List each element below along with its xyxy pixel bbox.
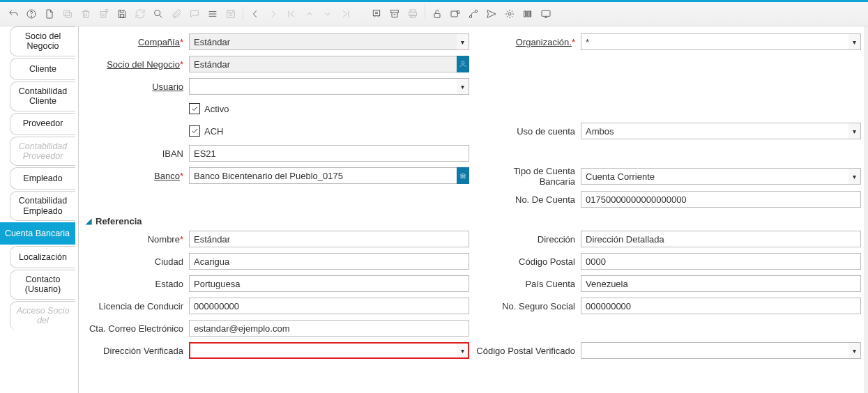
field-nombre[interactable] bbox=[189, 231, 469, 247]
chevron-down-icon[interactable]: ▾ bbox=[457, 342, 469, 359]
chevron-down-icon[interactable]: ▾ bbox=[848, 342, 861, 359]
tab-acceso-socio[interactable]: Acceso Socio del bbox=[10, 301, 75, 330]
label-dir-verificada: Dirección Verificada bbox=[84, 346, 189, 356]
chevron-down-icon[interactable]: ▾ bbox=[457, 78, 469, 95]
svg-rect-39 bbox=[464, 175, 465, 178]
field-pais-cuenta[interactable] bbox=[581, 275, 861, 292]
field-cp-verificado[interactable]: ▾ bbox=[581, 342, 861, 359]
field-dir-verificada[interactable]: ▾ bbox=[189, 342, 469, 359]
chevron-down-icon[interactable]: ▾ bbox=[848, 168, 861, 185]
label-direccion: Dirección bbox=[476, 234, 581, 245]
label-compania: Compañía* bbox=[84, 37, 189, 47]
field-ciudad[interactable] bbox=[189, 253, 469, 270]
field-estado[interactable] bbox=[189, 275, 469, 292]
preferences-icon[interactable] bbox=[501, 5, 519, 23]
field-codigo-postal[interactable] bbox=[581, 253, 861, 270]
label-cp-verificado: Código Postal Verificado bbox=[476, 346, 581, 356]
tab-cliente[interactable]: Cliente bbox=[10, 58, 75, 80]
tab-proveedor[interactable]: Proveedor bbox=[10, 113, 75, 135]
scrollbar[interactable] bbox=[864, 26, 868, 393]
svg-point-26 bbox=[469, 15, 471, 17]
svg-rect-33 bbox=[542, 10, 550, 16]
field-banco[interactable] bbox=[189, 167, 469, 184]
svg-rect-22 bbox=[411, 15, 416, 17]
tab-contabilidad-cliente[interactable]: Contabilidad Cliente bbox=[10, 82, 75, 111]
svg-point-28 bbox=[508, 13, 511, 15]
label-tipo-cuenta: Tipo de Cuenta Bancaria bbox=[476, 166, 581, 187]
label-nombre: Nombre* bbox=[84, 234, 189, 245]
banco-lookup-icon[interactable] bbox=[457, 167, 469, 184]
tab-cuenta-bancaria[interactable]: Cuenta Bancaria bbox=[0, 222, 75, 245]
tab-contabilidad-proveedor[interactable]: Contabilidad Proveedor bbox=[10, 137, 75, 167]
chat-icon bbox=[185, 5, 204, 23]
tab-socio-negocio[interactable]: Socio del Negocio bbox=[10, 26, 75, 56]
svg-rect-29 bbox=[524, 11, 526, 17]
socio-lookup-icon[interactable] bbox=[457, 56, 469, 72]
svg-rect-18 bbox=[391, 10, 399, 13]
undo-icon[interactable] bbox=[4, 5, 22, 23]
svg-point-36 bbox=[462, 61, 464, 64]
svg-rect-5 bbox=[120, 15, 123, 17]
collapse-icon[interactable]: ◢ bbox=[86, 217, 91, 226]
svg-rect-32 bbox=[530, 11, 531, 17]
label-codigo-postal: Código Postal bbox=[476, 256, 581, 267]
chevron-down-icon[interactable]: ▾ bbox=[848, 33, 861, 50]
field-iban[interactable] bbox=[189, 145, 469, 162]
lock-icon[interactable] bbox=[428, 5, 446, 23]
report-icon[interactable] bbox=[367, 5, 386, 23]
field-tipo-cuenta[interactable]: ▾ bbox=[581, 168, 861, 185]
side-tabs: Socio del Negocio Cliente Contabilidad C… bbox=[0, 26, 78, 393]
grid-toggle-icon[interactable] bbox=[204, 5, 222, 23]
field-licencia[interactable] bbox=[189, 298, 469, 314]
label-seguro: No. Seguro Social bbox=[476, 301, 581, 311]
field-socio[interactable] bbox=[189, 56, 469, 72]
svg-point-6 bbox=[155, 10, 160, 16]
field-compania[interactable]: ▾ bbox=[189, 33, 469, 50]
label-iban: IBAN bbox=[84, 148, 189, 159]
history-prev-icon[interactable] bbox=[246, 5, 264, 23]
field-organizacion[interactable]: ▾ bbox=[581, 33, 861, 50]
label-usuario: Usuario bbox=[84, 82, 189, 92]
svg-rect-15 bbox=[373, 10, 379, 16]
label-banco: Banco* bbox=[84, 171, 189, 181]
checkbox-activo[interactable]: Activo bbox=[189, 103, 229, 114]
tab-contabilidad-empleado[interactable]: Contabilidad Empleado bbox=[10, 191, 75, 221]
workflow-icon[interactable] bbox=[464, 5, 482, 23]
help-icon[interactable] bbox=[22, 5, 40, 23]
field-usuario[interactable]: ▾ bbox=[189, 78, 469, 95]
field-seguro[interactable] bbox=[581, 298, 861, 314]
new-record-icon[interactable] bbox=[40, 5, 59, 23]
field-direccion[interactable] bbox=[581, 231, 861, 247]
field-no-cuenta[interactable] bbox=[581, 191, 861, 208]
request-icon[interactable] bbox=[482, 5, 501, 23]
label-activo: Activo bbox=[204, 104, 229, 114]
zoom-across-icon[interactable] bbox=[446, 5, 464, 23]
archive-icon[interactable] bbox=[386, 5, 404, 23]
screen-icon[interactable] bbox=[537, 5, 555, 23]
find-icon[interactable] bbox=[149, 5, 167, 23]
svg-rect-20 bbox=[410, 10, 416, 12]
svg-rect-23 bbox=[434, 13, 440, 17]
section-referencia[interactable]: ◢ Referencia bbox=[86, 216, 861, 226]
label-no-cuenta: No. De Cuenta bbox=[476, 194, 581, 205]
product-info-icon[interactable] bbox=[519, 5, 537, 23]
calendar-icon: 31 bbox=[222, 5, 240, 23]
chevron-down-icon[interactable]: ▾ bbox=[457, 33, 469, 50]
label-socio: Socio del Negocio* bbox=[84, 59, 189, 70]
label-pais-cuenta: País Cuenta bbox=[476, 279, 581, 289]
attachment-icon bbox=[167, 5, 185, 23]
field-uso-cuenta[interactable]: ▾ bbox=[581, 123, 861, 139]
chevron-down-icon[interactable]: ▾ bbox=[848, 123, 861, 139]
checkbox-ach[interactable]: ACH bbox=[189, 125, 223, 137]
tab-empleado[interactable]: Empleado bbox=[10, 167, 75, 190]
svg-rect-30 bbox=[526, 11, 527, 17]
tab-localizacion[interactable]: Localización bbox=[10, 246, 75, 268]
first-record-icon bbox=[282, 5, 300, 23]
print-icon bbox=[404, 5, 422, 23]
svg-rect-3 bbox=[64, 10, 70, 16]
save-icon[interactable] bbox=[113, 5, 131, 23]
label-estado: Estado bbox=[84, 279, 189, 289]
form-panel: Compañía* ▾ Socio del Negocio* Usuario bbox=[78, 26, 864, 393]
field-correo[interactable] bbox=[189, 320, 469, 337]
tab-contacto-usuario[interactable]: Contacto (Usuario) bbox=[10, 270, 75, 300]
